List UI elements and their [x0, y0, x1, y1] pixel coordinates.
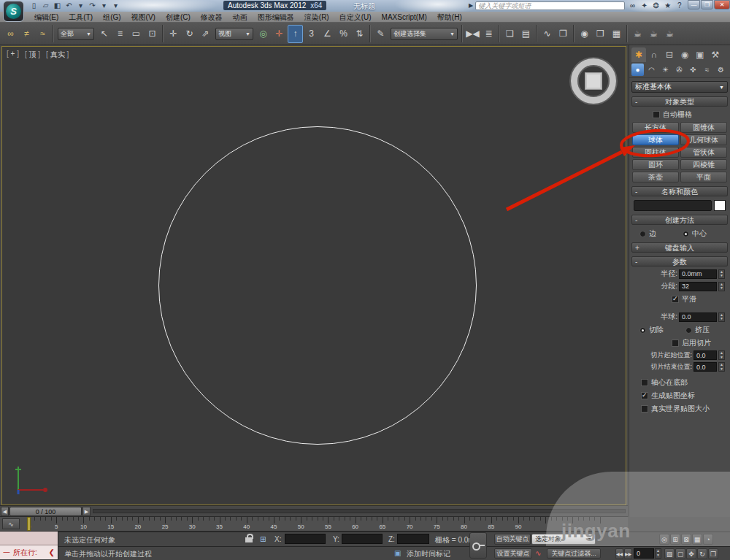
modify-tab-button[interactable]: ∩	[647, 47, 661, 62]
selection-lock-icon[interactable]	[245, 537, 253, 544]
rollout-keyboard-entry[interactable]: + 键盘输入	[631, 242, 728, 253]
rendered-frame-window-button[interactable]: ▦	[609, 25, 624, 43]
menu-item-8[interactable]: 渲染(R)	[299, 12, 334, 23]
set-key-button[interactable]: 设置关键点	[494, 548, 532, 559]
menu-item-11[interactable]: 帮助(H)	[432, 12, 467, 23]
rollout-parameters[interactable]: - 参数	[631, 256, 728, 266]
select-and-move-button[interactable]: ✛	[166, 25, 181, 43]
spinner-snap-toggle-button[interactable]: ⇅	[352, 25, 367, 43]
radius-field[interactable]: 0.0mm	[679, 269, 717, 279]
rollout-name-color[interactable]: - 名称和颜色	[631, 186, 728, 196]
hemisphere-spinner[interactable]: ▲▼	[718, 312, 725, 322]
current-frame-marker[interactable]	[27, 517, 31, 531]
new-scene-button[interactable]: ▯	[29, 1, 39, 10]
menu-item-3[interactable]: 视图(V)	[126, 12, 161, 23]
listener-bottom-pane[interactable]: 一 所在行: ❮	[0, 545, 58, 559]
current-frame-field[interactable]: 0	[634, 548, 654, 559]
zoom-all-views-button[interactable]: ⊞	[670, 534, 680, 545]
menu-item-10[interactable]: MAXScript(M)	[377, 12, 432, 23]
search-input[interactable]	[475, 1, 625, 10]
set-keys-toggle-button[interactable]	[469, 532, 487, 559]
viewport-view-menu[interactable]: 顶	[25, 50, 40, 60]
menu-item-4[interactable]: 创建(C)	[161, 12, 196, 23]
track-bar[interactable]: ∿ 051015202530354045505560657075808590	[0, 517, 628, 532]
select-and-manipulate-button[interactable]: ✛	[272, 25, 287, 43]
rollout-creation-method[interactable]: - 创建方法	[631, 215, 728, 225]
default-tangents-icon[interactable]: ∿	[535, 549, 541, 557]
render-production-button[interactable]: ☕	[630, 25, 645, 43]
slice-from-spinner[interactable]: ▲▼	[718, 350, 725, 360]
add-time-tag[interactable]: 添加时间标记	[407, 549, 450, 559]
squash-radio[interactable]	[685, 327, 692, 334]
segments-field[interactable]: 32	[679, 282, 717, 291]
render-flyout-button[interactable]: ☕	[662, 25, 677, 43]
object-type-button[interactable]: 管状体	[680, 147, 727, 158]
help-button[interactable]: ?	[674, 1, 685, 10]
render-iterative-button[interactable]: ☕	[646, 25, 661, 43]
viewport-shading-menu[interactable]: 真实	[46, 50, 69, 60]
object-type-button[interactable]: 四棱锥	[680, 159, 727, 170]
next-frame-button[interactable]: ▶	[82, 507, 91, 516]
time-slider[interactable]: ◀ 0 / 100 ▶	[0, 505, 628, 517]
create-tab-button[interactable]: ✱	[631, 47, 646, 62]
zoom-region-button[interactable]: ▧	[664, 548, 675, 559]
select-and-link-button[interactable]: ∞	[3, 25, 18, 43]
listener-top-pane[interactable]	[0, 532, 58, 545]
center-radio[interactable]	[683, 231, 689, 237]
manage-layers-button[interactable]: ❏	[502, 25, 518, 43]
edge-radio[interactable]	[639, 231, 646, 237]
favorites-star-button[interactable]: ★	[662, 1, 673, 10]
unlink-selection-button[interactable]: ≠	[19, 25, 34, 43]
cameras-category-button[interactable]: ✇	[673, 64, 685, 76]
menu-item-5[interactable]: 修改器	[196, 12, 228, 23]
snap-toggle-3d-button[interactable]: 3	[304, 25, 319, 43]
go-to-start-button[interactable]: ◀◀	[615, 548, 623, 559]
display-tab-button[interactable]: ▣	[693, 47, 707, 62]
realworld-map-size-checkbox[interactable]	[641, 405, 648, 413]
viewcube[interactable]	[571, 58, 616, 104]
chop-radio[interactable]	[639, 327, 646, 334]
go-to-end-button[interactable]: ▶▶	[624, 548, 632, 559]
object-type-button[interactable]: 几何球体	[680, 134, 727, 145]
schematic-view-button[interactable]: ❐	[556, 25, 571, 43]
window-crossing-toggle-button[interactable]: ⊡	[145, 25, 160, 43]
graphite-modeling-tools-button[interactable]: ▤	[518, 25, 534, 43]
angle-snap-toggle-button[interactable]: ∠	[320, 25, 335, 43]
mirror-button[interactable]: ▶◀	[465, 25, 480, 43]
object-type-button[interactable]: 圆环	[632, 159, 679, 170]
menu-item-6[interactable]: 动画	[228, 12, 253, 23]
orbit-viewport-button[interactable]: ↻	[697, 548, 707, 559]
maxscript-mini-listener[interactable]: 一 所在行: ❮	[0, 532, 58, 560]
slice-from-field[interactable]: 0.0	[694, 350, 717, 360]
keyboard-shortcut-override-button[interactable]: ↑	[288, 25, 303, 43]
object-type-button[interactable]: 长方体	[632, 122, 679, 133]
utilities-tab-button[interactable]: ⚒	[708, 47, 723, 62]
frame-spinner[interactable]: ▲▼	[655, 548, 661, 559]
align-button[interactable]: ≣	[481, 25, 496, 43]
open-mini-curve-editor-button[interactable]: ∿	[2, 518, 20, 529]
render-setup-button[interactable]: ❒	[593, 25, 608, 43]
material-editor-button[interactable]: ◉	[577, 25, 592, 43]
edit-named-selection-sets-button[interactable]: ✎	[373, 25, 388, 43]
y-coordinate-field[interactable]	[342, 534, 383, 544]
time-configuration-button[interactable]: ◔	[703, 534, 713, 545]
save-file-button[interactable]: ◧	[53, 1, 62, 10]
maximize-viewport-toggle-button[interactable]: ❐	[708, 548, 718, 559]
maximize-button[interactable]: ❐	[701, 0, 713, 9]
key-filters-button[interactable]: 关键点过滤器...	[547, 548, 601, 559]
minimize-button[interactable]: —	[688, 0, 700, 9]
top-viewport[interactable]: + 顶 真实	[1, 46, 626, 505]
communication-center-button[interactable]: ❂	[650, 1, 661, 10]
curve-editor-button[interactable]: ∿	[539, 25, 555, 43]
named-selection-sets-dropdown[interactable]: 创建选择集▼	[391, 28, 458, 40]
object-type-button[interactable]: 球体	[632, 134, 679, 145]
select-by-name-button[interactable]: ≡	[112, 25, 128, 43]
menu-item-7[interactable]: 图形编辑器	[253, 12, 299, 23]
lights-category-button[interactable]: ☀	[659, 64, 672, 76]
primitive-type-dropdown[interactable]: 标准基本体 ▼	[631, 81, 728, 93]
z-coordinate-field[interactable]	[397, 534, 429, 544]
selection-filter-dropdown[interactable]: 全部▼	[58, 28, 94, 40]
reference-coordinate-system-dropdown[interactable]: 视图▼	[215, 28, 253, 40]
key-mode-dropdown[interactable]: 选定对象 ▼	[531, 534, 596, 545]
viewport-menu-plus[interactable]: +	[7, 50, 19, 60]
